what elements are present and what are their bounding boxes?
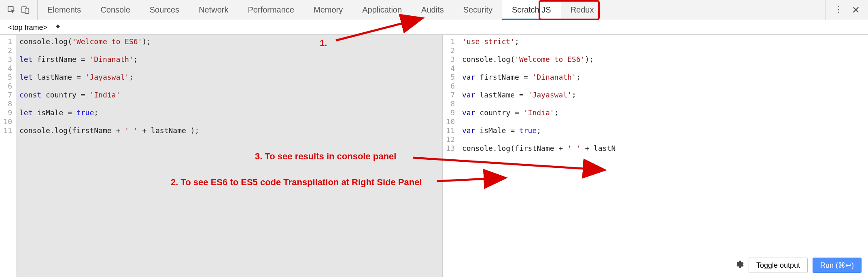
svg-rect-2	[25, 8, 29, 13]
devtools-tabstrip: ElementsConsoleSourcesNetworkPerformance…	[38, 0, 826, 20]
run-button[interactable]: Run (⌘↩)	[813, 258, 862, 273]
left-gutter: 1234567891011	[0, 35, 16, 277]
toolbar-left-icons	[0, 0, 38, 20]
context-select-wrap[interactable]: <top frame>	[4, 23, 64, 32]
left-code-editor[interactable]: console.log('Welcome to ES6'); let first…	[16, 35, 442, 277]
tab-application[interactable]: Application	[352, 0, 412, 20]
frame-context-select[interactable]: <top frame>	[4, 23, 64, 32]
left-code-wrap: 1234567891011 console.log('Welcome to ES…	[0, 35, 442, 277]
right-code-output: 'use strict'; console.log('Welcome to ES…	[459, 35, 868, 254]
tab-security[interactable]: Security	[454, 0, 502, 20]
right-gutter: 12345678910111213	[443, 35, 459, 254]
toggle-output-button[interactable]: Toggle output	[749, 258, 808, 273]
right-code-wrap: 12345678910111213 'use strict'; console.…	[443, 35, 868, 254]
left-editor-pane: 1234567891011 console.log('Welcome to ES…	[0, 35, 443, 277]
tab-audits[interactable]: Audits	[412, 0, 454, 20]
tab-redux[interactable]: Redux	[561, 0, 604, 20]
device-toggle-icon[interactable]	[21, 6, 30, 15]
tab-sources[interactable]: Sources	[140, 0, 189, 20]
bottom-controls: Toggle output Run (⌘↩)	[443, 254, 868, 277]
tab-memory[interactable]: Memory	[304, 0, 352, 20]
tab-console[interactable]: Console	[91, 0, 140, 20]
tab-scratch-js[interactable]: Scratch JS	[502, 0, 561, 20]
toolbar-right-icons: ⋯ ✕	[826, 0, 868, 20]
gear-icon[interactable]	[735, 260, 744, 271]
main-area: 1234567891011 console.log('Welcome to ES…	[0, 35, 868, 277]
right-pane: 12345678910111213 'use strict'; console.…	[443, 35, 868, 277]
devtools-toolbar: ElementsConsoleSourcesNetworkPerformance…	[0, 0, 868, 20]
tab-elements[interactable]: Elements	[38, 0, 91, 20]
more-icon[interactable]: ⋯	[834, 5, 844, 15]
context-selector-row: <top frame>	[0, 20, 868, 35]
close-icon[interactable]: ✕	[852, 4, 860, 16]
tab-network[interactable]: Network	[189, 0, 238, 20]
tab-performance[interactable]: Performance	[238, 0, 304, 20]
inspect-icon[interactable]	[7, 6, 16, 15]
